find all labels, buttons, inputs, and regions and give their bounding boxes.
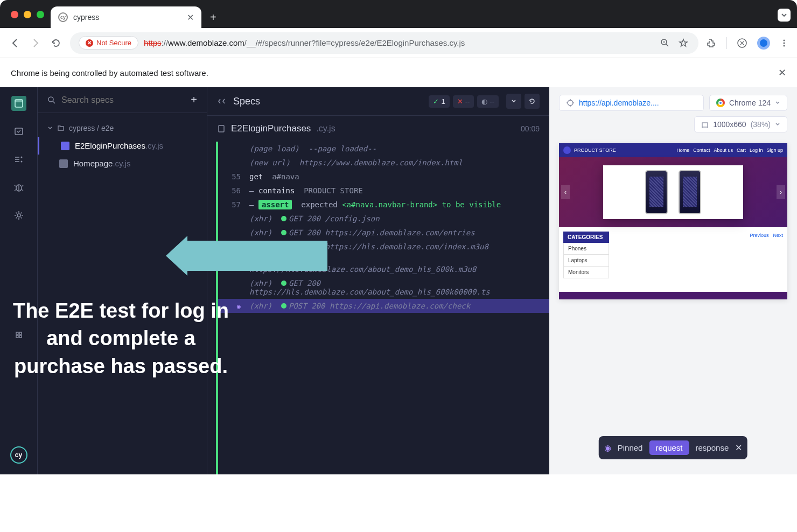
nav-link[interactable]: Log in (750, 148, 763, 153)
log-line[interactable]: (new url) https://www.demoblaze.com/inde… (218, 156, 549, 170)
new-tab-button[interactable]: + (201, 11, 225, 28)
log-line[interactable]: (xhr) GET 200 https://hls.demoblaze.com/… (218, 276, 549, 299)
file-icon (61, 142, 69, 150)
prev-link[interactable]: Previous (750, 233, 768, 238)
svg-rect-24 (219, 125, 224, 132)
browser-label: Chrome 124 (729, 99, 771, 107)
log-line[interactable]: (xhr) GET 200 https://hls.demoblaze.com/… (218, 240, 549, 254)
log-line[interactable]: (xhr) GET 200 /config.json (218, 212, 549, 226)
log-line-pinned[interactable]: ◉(xhr) POST 200 https://api.demoblaze.co… (216, 299, 549, 313)
settings-nav-icon[interactable] (11, 208, 26, 223)
runner-panel: Specs ✓1 ✕-- ◐-- E2EloginPurchases.cy.js… (207, 87, 549, 474)
specs-nav-icon[interactable] (11, 96, 26, 111)
viewport-size: 1000x660 (713, 120, 746, 129)
chevron-down-icon (775, 100, 780, 106)
browser-selector[interactable]: Chrome 124 (709, 95, 787, 111)
site-nav-links: Home Contact About us Cart Log in Sign u… (676, 148, 783, 153)
close-window-icon[interactable] (11, 11, 18, 18)
chrome-icon (716, 99, 725, 107)
search-specs-input[interactable] (61, 95, 185, 105)
category-item[interactable]: Phones (563, 243, 609, 255)
maximize-window-icon[interactable] (37, 11, 44, 18)
bug-nav-icon[interactable] (11, 180, 26, 195)
runner-title: Specs (233, 96, 260, 107)
tab-title: cypress (73, 13, 99, 22)
aut-panel: https://api.demoblaze.... Chrome 124 100… (549, 87, 797, 474)
log-line[interactable]: 55get a#nava (218, 170, 549, 184)
browser-tab[interactable]: cy cypress ✕ (51, 6, 201, 28)
site-carousel: ‹ › (559, 157, 787, 227)
not-secure-label: Not Secure (96, 39, 131, 47)
log-line[interactable]: (xhr) GET 200 https://api.demoblaze.com/… (218, 226, 549, 240)
bookmark-icon[interactable] (677, 37, 690, 50)
browser-tab-strip: cy cypress ✕ + (0, 0, 797, 28)
site-body: CATEGORIES Phones Laptops Monitors Previ… (559, 227, 787, 283)
keyboard-nav-icon[interactable] (11, 327, 26, 342)
close-tab-icon[interactable]: ✕ (187, 12, 194, 23)
expand-window-icon[interactable] (778, 9, 791, 22)
address-bar[interactable]: ✕ Not Secure https://www.demoblaze.com/_… (70, 32, 698, 54)
log-line[interactable]: 56– contains PRODUCT STORE (218, 184, 549, 198)
aut-url: https://api.demoblaze.... (579, 99, 659, 107)
cypress-ext-icon[interactable] (737, 38, 747, 48)
svg-point-25 (568, 100, 573, 106)
tab-favicon-icon: cy (58, 12, 68, 22)
carousel-next-button[interactable]: › (777, 185, 785, 199)
log-line[interactable]: (page load) --page loaded-- (218, 142, 549, 156)
chevron-down-icon (47, 125, 53, 131)
rerun-button[interactable] (525, 94, 540, 109)
site-navbar: PRODUCT STORE Home Contact About us Cart… (559, 143, 787, 157)
categories-list: CATEGORIES Phones Laptops Monitors (563, 232, 609, 278)
collapse-icon[interactable] (217, 97, 226, 106)
aut-iframe[interactable]: PRODUCT STORE Home Contact About us Cart… (559, 143, 787, 299)
request-tab[interactable]: request (649, 440, 689, 455)
category-item[interactable]: Laptops (563, 255, 609, 267)
log-line[interactable]: (xhr) GET 200 https://hls.demoblaze.com/… (218, 254, 549, 276)
viewport-selector[interactable]: 1000x660 (38%) (694, 116, 787, 132)
extensions-icon[interactable] (706, 38, 717, 48)
close-pinned-icon[interactable]: ✕ (735, 443, 742, 453)
cypress-logo-icon[interactable]: cy (10, 446, 27, 464)
nav-link[interactable]: Contact (693, 148, 710, 153)
forward-button[interactable] (29, 37, 42, 50)
profile-avatar-icon[interactable] (757, 37, 770, 50)
command-log[interactable]: (page load) --page loaded-- (new url) ht… (216, 142, 549, 474)
carousel-prev-button[interactable]: ‹ (561, 185, 570, 199)
minimize-window-icon[interactable] (24, 11, 31, 18)
spec-file[interactable]: Homepage.cy.js (38, 155, 207, 172)
next-test-button[interactable] (506, 94, 521, 109)
selector-playground-button[interactable]: https://api.demoblaze.... (559, 95, 704, 111)
nav-link[interactable]: About us (714, 148, 733, 153)
zoom-icon[interactable] (659, 37, 672, 50)
spec-file-active[interactable]: E2EloginPurchases.cy.js (38, 137, 207, 155)
spec-folder[interactable]: cypress / e2e (38, 120, 207, 137)
nav-link[interactable]: Sign up (766, 148, 783, 153)
site-brand: PRODUCT STORE (574, 148, 616, 153)
svg-point-13 (20, 157, 22, 158)
toolbar-actions (706, 37, 788, 50)
kebab-menu-icon[interactable] (780, 39, 788, 47)
browser-toolbar: ✕ Not Secure https://www.demoblaze.com/_… (0, 28, 797, 58)
reload-button[interactable] (50, 37, 62, 50)
url-text: https://www.demoblaze.com/__/#/specs/run… (144, 38, 465, 47)
svg-line-18 (22, 185, 23, 186)
debug-nav-icon[interactable] (11, 152, 26, 167)
security-chip[interactable]: ✕ Not Secure (79, 36, 138, 50)
close-info-icon[interactable]: ✕ (778, 67, 786, 79)
chevron-down-icon (775, 122, 780, 127)
pending-count-pill: ◐-- (477, 95, 499, 108)
runner-stats: ✓1 ✕-- ◐-- (429, 95, 499, 108)
specs-search-row: + (38, 87, 207, 113)
info-bar-text: Chrome is being controlled by automated … (11, 68, 208, 78)
back-button[interactable] (9, 37, 22, 50)
response-tab[interactable]: response (696, 443, 729, 452)
runs-nav-icon[interactable] (11, 124, 26, 139)
category-item[interactable]: Monitors (563, 267, 609, 278)
add-spec-button[interactable]: + (191, 94, 197, 106)
log-line[interactable]: 57– assert expected <a#nava.navbar-brand… (218, 198, 549, 212)
nav-link[interactable]: Home (676, 148, 689, 153)
specs-panel: + cypress / e2e E2EloginPurchases.cy.js … (38, 87, 207, 474)
nav-link[interactable]: Cart (737, 148, 746, 153)
file-icon (59, 159, 68, 168)
next-link[interactable]: Next (773, 233, 783, 238)
